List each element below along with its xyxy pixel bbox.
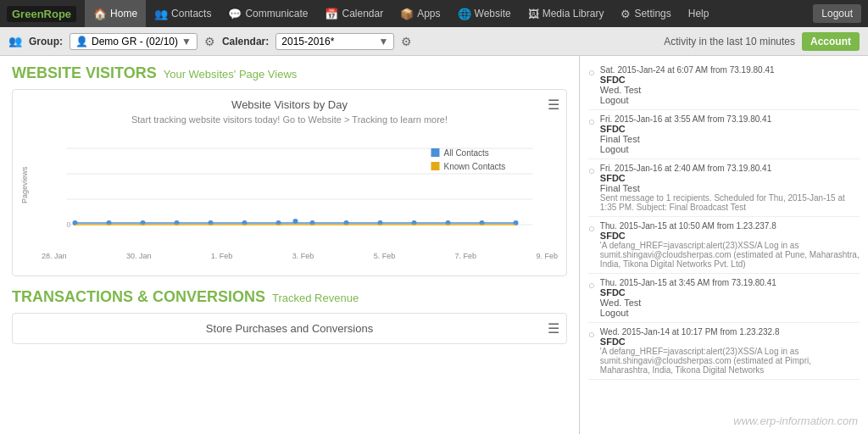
chart-menu-icon[interactable]: ☰ [548, 97, 559, 113]
chart-subtitle: Start tracking website visitors today! G… [21, 114, 558, 125]
svg-rect-22 [431, 162, 440, 170]
activity-date: Thu. 2015-Jan-15 at 3:45 AM from 73.19.8… [600, 278, 776, 287]
transactions-subtitle: Tracked Revenue [272, 292, 359, 304]
calendar-dropdown-arrow: ▼ [378, 36, 388, 47]
group-dropdown-arrow: ▼ [181, 36, 192, 47]
activity-dot-icon: ○ [588, 279, 595, 318]
main-layout: WEBSITE VISITORS Your Websites' Page Vie… [0, 56, 868, 434]
svg-rect-20 [431, 148, 440, 157]
activity-date: Fri. 2015-Jan-16 at 3:55 AM from 73.19.8… [600, 114, 771, 124]
activity-detail: Sent message to 1 recipients. Scheduled … [600, 193, 860, 212]
transactions-section: TRANSACTIONS & CONVERSIONS Tracked Reven… [12, 288, 567, 344]
activity-action: Final Test [600, 134, 771, 144]
nav-help[interactable]: Help [680, 0, 718, 27]
transactions-title: TRANSACTIONS & CONVERSIONS [12, 288, 265, 306]
svg-text:Known Contacts: Known Contacts [444, 162, 506, 171]
group-settings-icon[interactable]: ⚙ [204, 35, 215, 48]
activity-label: Activity in the last 10 minutes [664, 36, 795, 47]
chart-svg: 0 [42, 131, 558, 250]
logo: GreenRope [7, 8, 76, 20]
group-select[interactable]: 👤 Demo GR - (02/10) ▼ [70, 33, 198, 50]
activity-date: Wed. 2015-Jan-14 at 10:17 PM from 1.23.2… [600, 327, 860, 337]
website-icon: 🌐 [458, 8, 471, 20]
activity-date: Thu. 2015-Jan-15 at 10:50 AM from 1.23.2… [600, 221, 860, 231]
nav-settings[interactable]: ⚙ Settings [612, 0, 679, 27]
y-axis-label: Pageviews [20, 166, 29, 203]
group-label: Group: [29, 36, 63, 47]
activity-source: SFDC [600, 337, 860, 347]
activity-detail: 'A defang_HREF=javascript:alert(23)XSS/A… [600, 241, 860, 269]
activity-content: Wed. 2015-Jan-14 at 10:17 PM from 1.23.2… [600, 327, 860, 375]
svg-point-12 [293, 219, 298, 224]
website-visitors-header: WEBSITE VISITORS Your Websites' Page Vie… [12, 64, 567, 82]
website-visitors-subtitle: Your Websites' Page Views [164, 68, 298, 81]
media-library-icon: 🖼 [528, 8, 539, 20]
activity-source: SFDC [600, 75, 775, 85]
contacts-icon: 👥 [154, 8, 168, 20]
activity-source: SFDC [600, 173, 860, 183]
activity-item: ○Fri. 2015-Jan-16 at 3:55 AM from 73.19.… [588, 110, 860, 159]
nav-contacts[interactable]: 👥 Contacts [146, 0, 220, 27]
svg-text:0: 0 [67, 220, 71, 229]
activity-item: ○Wed. 2015-Jan-14 at 10:17 PM from 1.23.… [588, 323, 860, 380]
left-panel: WEBSITE VISITORS Your Websites' Page Vie… [0, 56, 580, 434]
calendar-icon: 📅 [325, 8, 338, 20]
activity-source: SFDC [600, 124, 771, 134]
x-axis-labels: 28. Jan 30. Jan 1. Feb 3. Feb 5. Feb 7. … [42, 252, 558, 260]
activity-content: Fri. 2015-Jan-16 at 3:55 AM from 73.19.8… [600, 114, 771, 154]
activity-date: Sat. 2015-Jan-24 at 6:07 AM from 73.19.8… [600, 65, 775, 75]
activity-date: Fri. 2015-Jan-16 at 2:40 AM from 73.19.8… [600, 164, 860, 173]
activity-action: Logout [600, 95, 775, 105]
account-button[interactable]: Account [802, 32, 860, 51]
transactions-chart-area: Store Purchases and Conversions ☰ [12, 313, 567, 344]
group-icon: 👥 [8, 35, 22, 47]
top-navigation: GreenRope 🏠 Home 👥 Contacts 💬 Communicat… [0, 0, 868, 27]
svg-text:All Contacts: All Contacts [444, 148, 489, 158]
nav-media-library[interactable]: 🖼 Media Library [520, 0, 613, 27]
activity-content: Thu. 2015-Jan-15 at 3:45 AM from 73.19.8… [600, 278, 776, 318]
group-icon-small: 👤 [75, 36, 88, 47]
x-label-4: 3. Feb [292, 252, 314, 260]
home-icon: 🏠 [93, 8, 107, 20]
activity-item: ○Thu. 2015-Jan-15 at 10:50 AM from 1.23.… [588, 217, 860, 274]
nav-calendar[interactable]: 📅 Calendar [316, 0, 392, 27]
calendar-select[interactable]: 2015-2016* ▼ [275, 33, 394, 50]
nav-home[interactable]: 🏠 Home [85, 0, 146, 27]
calendar-settings-icon[interactable]: ⚙ [401, 35, 412, 48]
logout-button[interactable]: Logout [813, 4, 861, 23]
x-label-3: 1. Feb [211, 252, 233, 260]
apps-icon: 📦 [400, 8, 414, 20]
transactions-menu-icon[interactable]: ☰ [548, 320, 559, 337]
nav-communicate[interactable]: 💬 Communicate [220, 0, 316, 27]
activity-content: Thu. 2015-Jan-15 at 10:50 AM from 1.23.2… [600, 221, 860, 269]
activity-dot-icon: ○ [588, 328, 595, 375]
activity-action: Wed. Test [600, 85, 775, 95]
activity-dot-icon: ○ [588, 115, 595, 154]
calendar-label: Calendar: [222, 36, 269, 47]
activity-detail: 'A defang_HREF=javascript:alert(23)XSS/A… [600, 347, 860, 375]
logo-text: GreenRope [7, 6, 76, 22]
activity-action: Wed. Test [600, 298, 776, 308]
activity-item: ○Fri. 2015-Jan-16 at 2:40 AM from 73.19.… [588, 159, 860, 217]
activity-dot-icon: ○ [588, 66, 595, 105]
nav-apps[interactable]: 📦 Apps [392, 0, 448, 27]
x-label-6: 7. Feb [455, 252, 477, 260]
activity-item: ○Thu. 2015-Jan-15 at 3:45 AM from 73.19.… [588, 274, 860, 323]
x-label-1: 28. Jan [42, 252, 67, 260]
transactions-chart-title: Store Purchases and Conversions [21, 322, 558, 335]
activity-dot-icon: ○ [588, 164, 595, 212]
x-label-2: 30. Jan [126, 252, 152, 260]
chart-container: Pageviews 0 [21, 131, 558, 267]
activity-content: Sat. 2015-Jan-24 at 6:07 AM from 73.19.8… [600, 65, 775, 105]
website-visitors-title: WEBSITE VISITORS [12, 64, 157, 82]
activity-source: SFDC [600, 231, 860, 241]
nav-website[interactable]: 🌐 Website [449, 0, 520, 27]
activity-item: ○Sat. 2015-Jan-24 at 6:07 AM from 73.19.… [588, 61, 860, 110]
chart-title: Website Visitors by Day [21, 98, 558, 111]
activity-dot-icon: ○ [588, 222, 595, 269]
transactions-header: TRANSACTIONS & CONVERSIONS Tracked Reven… [12, 288, 567, 306]
settings-icon: ⚙ [620, 8, 631, 20]
toolbar: 👥 Group: 👤 Demo GR - (02/10) ▼ ⚙ Calenda… [0, 27, 868, 56]
communicate-icon: 💬 [228, 8, 242, 20]
activity-action: Final Test [600, 183, 860, 193]
